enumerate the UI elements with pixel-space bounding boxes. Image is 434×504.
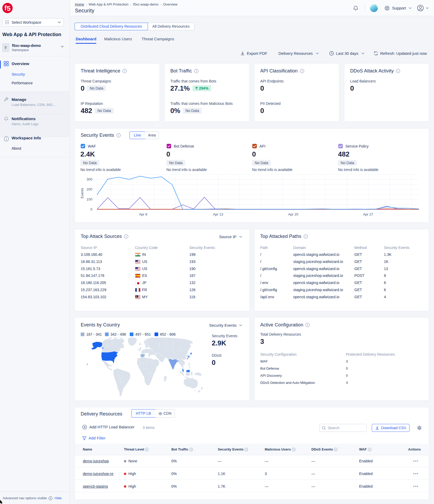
svg-text:Apr 20: Apr 20: [288, 212, 298, 216]
svg-text:100: 100: [86, 197, 92, 201]
svg-text:0: 0: [90, 207, 92, 211]
svg-text:300: 300: [86, 177, 92, 181]
svg-text:200: 200: [86, 187, 92, 191]
svg-text:Apr 13: Apr 13: [213, 212, 223, 216]
svg-text:Apr 27: Apr 27: [363, 212, 373, 216]
svg-text:5: 5: [7, 4, 11, 12]
svg-text:f: f: [4, 4, 7, 12]
svg-text:Apr 6: Apr 6: [139, 212, 147, 216]
svg-text:Events: Events: [80, 188, 84, 198]
